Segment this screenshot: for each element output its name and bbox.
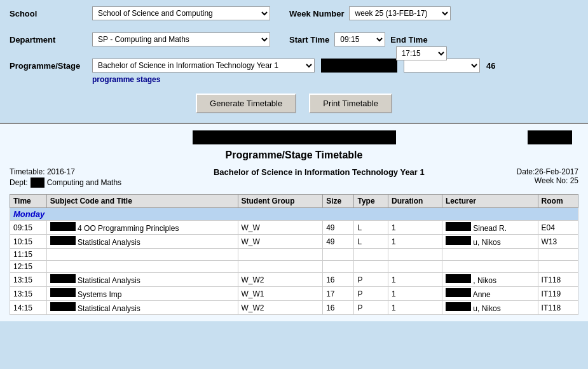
table-row: 14:15 Statistical Analysis W_W2 16 P 1 u… — [10, 301, 578, 315]
cell-duration: 1 — [388, 273, 442, 287]
time-section: Start Time 09:15 End Time — [289, 32, 428, 46]
cell-duration: 1 — [388, 235, 442, 249]
cell-subject — [46, 249, 238, 261]
cell-time: 13:15 — [10, 273, 47, 287]
cell-time: 12:15 — [10, 261, 47, 273]
start-time-label: Start Time — [289, 35, 329, 45]
generate-button[interactable]: Generate Timetable — [196, 94, 296, 113]
timetable-title: Programme/Stage Timetable — [226, 150, 363, 161]
cell-size — [323, 249, 354, 261]
cell-room: E04 — [538, 221, 578, 235]
cell-subject: 4 OO Programming Principles — [46, 221, 238, 235]
timetable-area: Programme/Stage Timetable Timetable: 201… — [0, 124, 588, 321]
cell-lecturer: u, Nikos — [442, 301, 538, 315]
prog-row: Programme/Stage Bachelor of Science in I… — [10, 59, 578, 84]
cell-room: IT118 — [538, 301, 578, 315]
cell-subject: Statistical Analysis — [46, 273, 238, 287]
day-row-monday: Monday — [10, 208, 578, 221]
header-black-bar-right — [528, 130, 572, 144]
cell-time: 09:15 — [10, 221, 47, 235]
print-button[interactable]: Print Timetable — [309, 94, 392, 113]
lecturer-black-box — [446, 274, 471, 283]
cell-duration — [388, 249, 442, 261]
table-row: 12:15 — [10, 261, 578, 273]
school-label: School — [10, 9, 86, 18]
form-area: School School of Science and Computing W… — [0, 0, 588, 124]
tt-info-row: Timetable: 2016-17 Dept: Computing and M… — [10, 167, 578, 188]
week-select[interactable]: week 25 (13-FEB-17) — [349, 6, 451, 20]
table-row: 09:15 4 OO Programming Principles W_W 49… — [10, 221, 578, 235]
tt-meta-left: Timetable: 2016-17 Dept: Computing and M… — [10, 167, 121, 188]
cell-group — [238, 261, 323, 273]
table-row: 11:15 — [10, 249, 578, 261]
cell-duration: 1 — [388, 221, 442, 235]
tt-prog-title-container: Bachelor of Science in Information Techn… — [121, 167, 517, 177]
col-type: Type — [354, 195, 388, 208]
col-subject: Subject Code and Title — [46, 195, 238, 208]
week-section: Week Number week 25 (13-FEB-17) — [289, 6, 451, 20]
cell-subject: Statistical Analysis — [46, 301, 238, 315]
prog-select[interactable]: Bachelor of Science in Information Techn… — [92, 59, 315, 73]
cell-lecturer — [442, 261, 538, 273]
prog-label: Programme/Stage — [10, 61, 86, 71]
lecturer-black-box — [446, 288, 471, 297]
cell-size: 16 — [323, 273, 354, 287]
header-black-bar — [193, 130, 396, 144]
col-size: Size — [323, 195, 354, 208]
school-row: School School of Science and Computing W… — [10, 6, 578, 20]
cell-type: L — [354, 235, 388, 249]
day-label-monday: Monday — [10, 208, 578, 221]
cell-group: W_W — [238, 221, 323, 235]
cell-group: W_W — [238, 235, 323, 249]
cell-group: W_W2 — [238, 273, 323, 287]
tt-prog-title: Bachelor of Science in Information Techn… — [121, 167, 517, 177]
cell-lecturer: Sinead R. — [442, 221, 538, 235]
tt-meta-right: Date:26-Feb-2017 Week No: 25 — [517, 167, 578, 185]
lecturer-black-box — [446, 236, 471, 245]
timetable-table: Time Subject Code and Title Student Grou… — [10, 194, 578, 315]
col-time: Time — [10, 195, 47, 208]
dept-text: Computing and Maths — [47, 178, 121, 187]
cell-lecturer: u, Nikos — [442, 235, 538, 249]
table-row: 13:15 Systems Imp W_W1 17 P 1 Anne IT119 — [10, 287, 578, 301]
cell-group — [238, 249, 323, 261]
cell-lecturer — [442, 249, 538, 261]
cell-room — [538, 261, 578, 273]
school-select[interactable]: School of Science and Computing — [92, 6, 270, 20]
stage-select[interactable] — [404, 59, 480, 73]
tt-date: Date:26-Feb-2017 — [517, 167, 578, 176]
end-time-select[interactable]: 17:15 — [396, 46, 447, 60]
cell-black-box — [50, 288, 76, 297]
end-time-label: End Time — [390, 35, 427, 45]
cell-black-box — [50, 302, 76, 311]
lecturer-black-box — [446, 302, 471, 311]
cell-lecturer: , Nikos — [442, 273, 538, 287]
dept-black-box — [31, 178, 44, 188]
cell-time: 14:15 — [10, 301, 47, 315]
cell-time: 10:15 — [10, 235, 47, 249]
prog-count: 46 — [486, 61, 495, 71]
stage-black-box — [321, 59, 397, 73]
cell-time: 13:15 — [10, 287, 47, 301]
cell-type: P — [354, 273, 388, 287]
cell-lecturer: Anne — [442, 287, 538, 301]
tt-year-label: Timetable: 2016-17 — [10, 167, 121, 176]
cell-subject: Systems Imp — [46, 287, 238, 301]
cell-subject — [46, 261, 238, 273]
table-row: 13:15 Statistical Analysis W_W2 16 P 1 ,… — [10, 273, 578, 287]
cell-black-box — [50, 274, 76, 283]
cell-size: 17 — [323, 287, 354, 301]
dept-prefix: Dept: — [10, 178, 28, 187]
cell-time: 11:15 — [10, 249, 47, 261]
buttons-row: Generate Timetable Print Timetable — [10, 94, 578, 113]
dept-select[interactable]: SP - Computing and Maths — [92, 32, 270, 46]
cell-type: P — [354, 301, 388, 315]
cell-duration: 1 — [388, 301, 442, 315]
col-group: Student Group — [238, 195, 323, 208]
cell-duration — [388, 261, 442, 273]
prog-stages-text: programme stages — [92, 75, 160, 84]
cell-black-box — [50, 222, 76, 231]
cell-group: W_W1 — [238, 287, 323, 301]
start-time-select[interactable]: 09:15 — [334, 32, 385, 46]
cell-room — [538, 249, 578, 261]
